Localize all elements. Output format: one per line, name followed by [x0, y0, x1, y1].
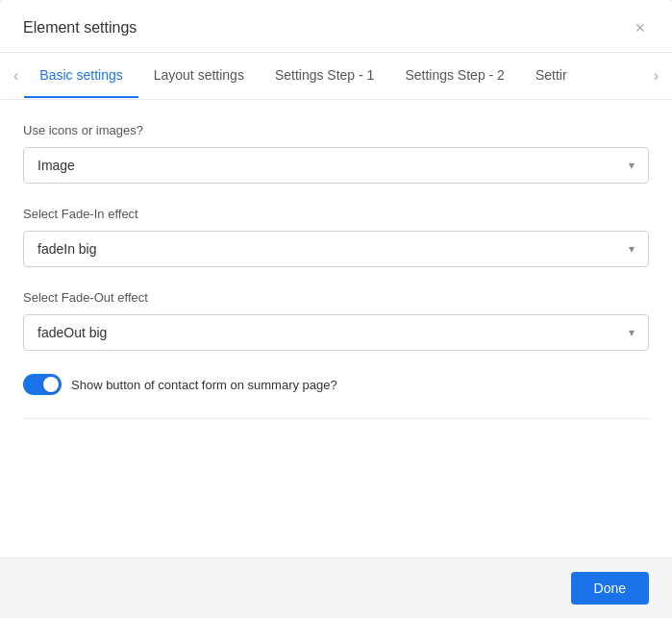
chevron-left-icon: ‹ — [13, 67, 18, 85]
close-button[interactable]: × — [631, 17, 649, 38]
modal-title: Element settings — [23, 19, 137, 37]
tab-settings-step-1[interactable]: Settings Step - 1 — [260, 54, 390, 98]
tab-settings-step-2[interactable]: Settings Step - 2 — [389, 54, 520, 98]
modal-content: Use icons or images? Image ▾ Select Fade… — [0, 100, 672, 557]
done-button[interactable]: Done — [571, 572, 649, 605]
fadeout-select[interactable]: fadeOut big ▾ — [23, 314, 649, 351]
icons-field-group: Use icons or images? Image ▾ — [23, 123, 649, 184]
fadeout-select-display[interactable]: fadeOut big ▾ — [24, 315, 648, 350]
tab-settings-more[interactable]: Settir — [520, 54, 583, 98]
tabs-bar: ‹ Basic settings Layout settings Setting… — [0, 53, 672, 100]
fadeout-label: Select Fade-Out effect — [23, 290, 649, 305]
toggle-track[interactable] — [23, 374, 62, 395]
fadein-select[interactable]: fadeIn big ▾ — [23, 231, 649, 267]
fadein-select-value: fadeIn big — [37, 241, 97, 257]
toggle-switch[interactable] — [23, 374, 62, 395]
chevron-down-icon-fadein: ▾ — [629, 242, 635, 256]
chevron-down-icon-fadeout: ▾ — [629, 326, 635, 339]
toggle-row: Show button of contact form on summary p… — [23, 374, 649, 395]
modal-container: Element settings × ‹ Basic settings Layo… — [0, 0, 672, 618]
tab-basic-settings[interactable]: Basic settings — [24, 54, 137, 98]
toggle-label: Show button of contact form on summary p… — [71, 378, 337, 392]
icons-select-value: Image — [37, 158, 75, 173]
tab-next-button[interactable]: › — [648, 53, 664, 99]
icons-select[interactable]: Image ▾ — [23, 147, 649, 184]
tab-layout-settings[interactable]: Layout settings — [138, 54, 260, 98]
modal-header: Element settings × — [0, 0, 672, 53]
chevron-right-icon: › — [654, 67, 659, 85]
fadein-select-display[interactable]: fadeIn big ▾ — [24, 232, 648, 266]
fadein-field-group: Select Fade-In effect fadeIn big ▾ — [23, 207, 649, 267]
fadein-label: Select Fade-In effect — [23, 207, 649, 221]
chevron-down-icon: ▾ — [629, 159, 635, 172]
fadeout-select-value: fadeOut big — [37, 325, 107, 340]
modal-footer: Done — [0, 557, 672, 618]
content-divider — [23, 418, 649, 419]
icons-label: Use icons or images? — [23, 123, 649, 137]
fadeout-field-group: Select Fade-Out effect fadeOut big ▾ — [23, 290, 649, 351]
tab-prev-button[interactable]: ‹ — [8, 53, 24, 99]
icons-select-display[interactable]: Image ▾ — [24, 148, 648, 183]
toggle-thumb — [43, 377, 59, 392]
tabs-list: Basic settings Layout settings Settings … — [24, 54, 647, 98]
